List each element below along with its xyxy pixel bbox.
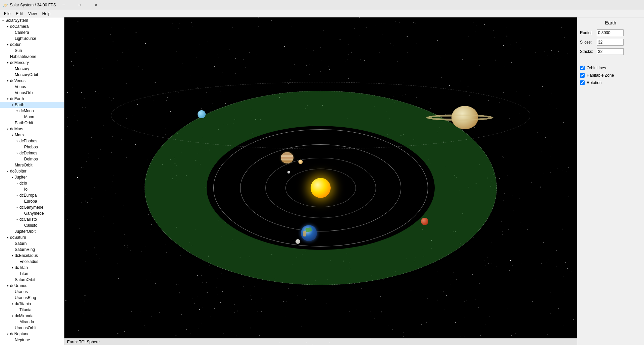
tree-item-dcmercury[interactable]: ▾dcMercury	[0, 60, 64, 66]
tree-arrow-dccallisto: ▾	[15, 217, 19, 222]
sun-planet[interactable]	[311, 178, 331, 198]
tree-item-mercuryorbit[interactable]: MercuryOrbit	[0, 72, 64, 78]
tree-label-dcganymede: dcGanymede	[19, 205, 63, 210]
tree-arrow-neptune	[10, 338, 15, 342]
tree-item-deimos[interactable]: Deimos	[0, 156, 64, 162]
menu-view[interactable]: View	[25, 11, 40, 17]
tree-item-habitablezone[interactable]: HabitableZone	[0, 54, 64, 60]
tree-item-dcsaturn[interactable]: ▾dcSaturn	[0, 234, 64, 240]
tree-item-dctitan[interactable]: ▾dcTitan	[0, 265, 64, 271]
radius-input[interactable]	[597, 29, 624, 36]
tree-item-titan[interactable]: Titan	[0, 271, 64, 277]
menu-help[interactable]: Help	[40, 11, 53, 17]
tree-item-dctitania[interactable]: ▾dcTitania	[0, 301, 64, 307]
tree-label-miranda: Miranda	[19, 320, 63, 324]
tree-item-dcganymede[interactable]: ▾dcGanymede	[0, 204, 64, 210]
tree-item-earth[interactable]: ▾Earth	[0, 102, 64, 108]
tree-item-mars[interactable]: ▾Mars	[0, 132, 64, 138]
tree-item-uranusring[interactable]: UranusRing	[0, 295, 64, 301]
tree-item-dcmars[interactable]: ▾dcMars	[0, 126, 64, 132]
tree-item-camera[interactable]: Camera	[0, 29, 64, 36]
tree-item-dccamera[interactable]: ▾dcCamera	[0, 23, 64, 29]
tree-item-venusorbit[interactable]: VenusOrbit	[0, 90, 64, 96]
tree-arrow-mars: ▾	[10, 133, 15, 137]
jupiter-planet[interactable]	[281, 152, 293, 163]
mars-planet[interactable]	[421, 218, 428, 225]
tree-item-callisto[interactable]: Callisto	[0, 222, 64, 228]
tree-arrow-dcsaturn: ▾	[5, 235, 10, 240]
tree-item-saturnring[interactable]: SaturnRing	[0, 247, 64, 253]
tree-item-enceladus[interactable]: Enceladus	[0, 259, 64, 265]
radius-row: Radius:	[580, 29, 641, 36]
close-button[interactable]: ✕	[88, 0, 104, 10]
tree-item-io[interactable]: Io	[0, 186, 64, 192]
menu-file[interactable]: File	[1, 11, 13, 17]
tree-item-dcvenus[interactable]: ▾dcVenus	[0, 78, 64, 84]
tree-item-marsorbit[interactable]: MarsOrbit	[0, 162, 64, 168]
tree-item-dcmiranda[interactable]: ▾dcMiranda	[0, 313, 64, 319]
viewport[interactable]: Earth: TGLSphere	[64, 17, 577, 345]
tree-item-europa[interactable]: Europa	[0, 198, 64, 204]
menu-edit[interactable]: Edit	[13, 11, 25, 17]
rotation-checkbox[interactable]	[580, 80, 585, 85]
tree-item-jupiter[interactable]: ▾Jupiter	[0, 174, 64, 180]
tree-item-dcsun[interactable]: ▾dcSun	[0, 42, 64, 48]
tree-label-phobos: Phobos	[24, 145, 63, 149]
moon[interactable]	[296, 239, 300, 244]
slices-input[interactable]	[597, 39, 624, 46]
tree-arrow-dcmoon: ▾	[15, 109, 19, 113]
venus-planet[interactable]	[299, 159, 303, 164]
tree-item-dcphobos[interactable]: ▾dcPhobos	[0, 138, 64, 144]
tree-label-dcearth: dcEarth	[10, 96, 63, 101]
slices-label: Slices:	[580, 40, 597, 45]
stacks-input[interactable]	[597, 48, 624, 55]
tree-item-miranda[interactable]: Miranda	[0, 319, 64, 325]
tree-item-dcmoon[interactable]: ▾dcMoon	[0, 108, 64, 114]
tree-label-dcmiranda: dcMiranda	[15, 314, 63, 318]
earth-planet[interactable]	[301, 225, 317, 241]
habitable-zone-checkbox[interactable]	[580, 73, 585, 78]
scene-tree[interactable]: ▾SolarSystem▾dcCameraCameraLightSource▾d…	[0, 17, 64, 345]
tree-label-dcuranus: dcUranus	[10, 283, 63, 288]
uranus-planet[interactable]	[198, 110, 206, 118]
tree-label-saturnring: SaturnRing	[15, 247, 63, 252]
tree-item-dcuranus[interactable]: ▾dcUranus	[0, 283, 64, 289]
tree-item-saturnorbit[interactable]: SaturnOrbit	[0, 277, 64, 283]
tree-arrow-earthorbit	[10, 121, 15, 125]
tree-item-dcneptune[interactable]: ▾dcNeptune	[0, 331, 64, 337]
tree-item-mercury[interactable]: Mercury	[0, 66, 64, 72]
tree-item-neptune[interactable]: Neptune	[0, 337, 64, 343]
tree-item-solarsystem[interactable]: ▾SolarSystem	[0, 17, 64, 23]
tree-item-phobos[interactable]: Phobos	[0, 144, 64, 150]
tree-item-venus[interactable]: Venus	[0, 84, 64, 90]
tree-label-dcjupiter: dcJupiter	[10, 169, 63, 174]
tree-item-dcenceladus[interactable]: ▾dcEnceladus	[0, 253, 64, 259]
orbit-lines-checkbox[interactable]	[580, 66, 585, 70]
tree-label-saturnorbit: SaturnOrbit	[15, 277, 63, 282]
tree-item-uranus[interactable]: Uranus	[0, 289, 64, 295]
tree-item-earthorbit[interactable]: EarthOrbit	[0, 120, 64, 126]
mercury-planet[interactable]	[287, 171, 290, 174]
tree-arrow-dcio: ▾	[15, 181, 19, 186]
tree-item-dccallisto[interactable]: ▾dcCallisto	[0, 216, 64, 222]
tree-item-dcdeimos[interactable]: ▾dcDeimos	[0, 150, 64, 156]
maximize-button[interactable]: □	[72, 0, 88, 10]
tree-item-sun[interactable]: Sun	[0, 48, 64, 54]
tree-arrow-dcmiranda: ▾	[10, 314, 15, 318]
tree-item-dcjupiter[interactable]: ▾dcJupiter	[0, 168, 64, 174]
tree-item-titania[interactable]: Titania	[0, 307, 64, 313]
tree-label-camera: Camera	[15, 30, 63, 35]
orbit-lines-row: Orbit Lines	[580, 66, 641, 70]
tree-item-dcio[interactable]: ▾dcIo	[0, 180, 64, 186]
tree-item-dcearth[interactable]: ▾dcEarth	[0, 96, 64, 102]
tree-item-ganymede[interactable]: Ganymede	[0, 210, 64, 216]
tree-item-uranusorbit[interactable]: UranusOrbit	[0, 325, 64, 331]
tree-item-moon[interactable]: Moon	[0, 114, 64, 120]
tree-item-dceuropa[interactable]: ▾dcEuropa	[0, 192, 64, 198]
tree-item-jupiterorbit[interactable]: JupiterOrbit	[0, 228, 64, 234]
tree-item-lightsource[interactable]: LightSource	[0, 36, 64, 42]
tree-label-uranus: Uranus	[15, 289, 63, 294]
tree-label-jupiterorbit: JupiterOrbit	[15, 229, 63, 234]
tree-item-saturn[interactable]: Saturn	[0, 240, 64, 247]
minimize-button[interactable]: ─	[56, 0, 71, 10]
